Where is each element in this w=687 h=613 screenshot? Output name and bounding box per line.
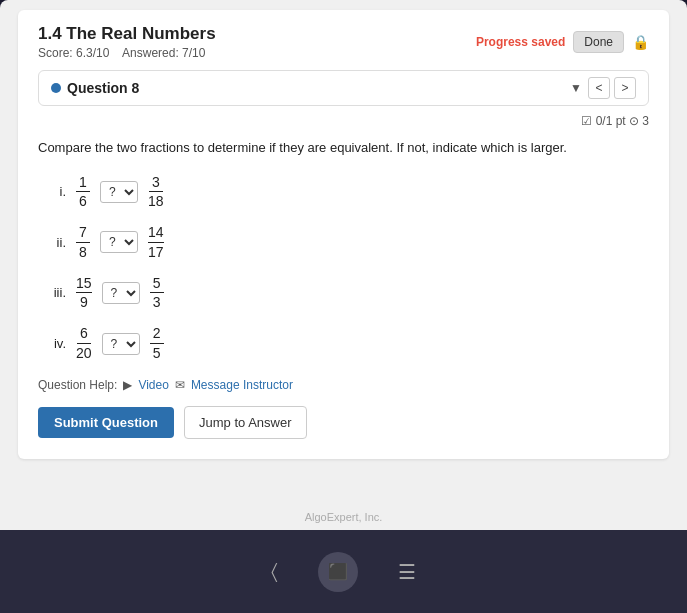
submit-question-button[interactable]: Submit Question: [38, 407, 174, 438]
fraction-num-ii-1: 7: [76, 224, 90, 243]
row-label-ii: ii.: [48, 235, 66, 250]
fractions-area: i. 1 6 ? < > = 3 18 ii.: [48, 174, 649, 362]
fraction-left-i: 1 6: [76, 174, 90, 211]
fraction-row-iii: iii. 15 9 ? < > = 5 3: [48, 275, 649, 312]
lock-icon: 🔒: [632, 34, 649, 50]
fraction-num-iii-1: 15: [76, 275, 92, 294]
home-icon: ⬛: [328, 562, 348, 581]
fraction-num-iv-1: 6: [77, 325, 91, 344]
fraction-den-iii-1: 9: [77, 293, 91, 311]
next-question-button[interactable]: >: [614, 77, 636, 99]
nav-arrows: < >: [588, 77, 636, 99]
answered-text: Answered: 7/10: [122, 46, 205, 60]
fraction-den-ii-2: 17: [148, 243, 164, 261]
fraction-left-ii: 7 8: [76, 224, 90, 261]
jump-to-answer-button[interactable]: Jump to Answer: [184, 406, 307, 439]
fraction-row-iv: iv. 6 20 ? < > = 2 5: [48, 325, 649, 362]
video-icon: ▶: [123, 378, 132, 392]
row-label-iv: iv.: [48, 336, 66, 351]
fraction-num-i-2: 3: [149, 174, 163, 193]
question-dropdown[interactable]: ▼: [570, 81, 582, 95]
fraction-row-i: i. 1 6 ? < > = 3 18: [48, 174, 649, 211]
fraction-left-iv: 6 20: [76, 325, 92, 362]
fraction-num-i-1: 1: [76, 174, 90, 193]
fraction-den-iv-1: 20: [76, 344, 92, 362]
fraction-den-iv-2: 5: [150, 344, 164, 362]
fraction-right-iii: 5 3: [150, 275, 164, 312]
fraction-den-ii-1: 8: [76, 243, 90, 261]
progress-saved-label: Progress saved: [476, 35, 565, 49]
fraction-den-iii-2: 3: [150, 293, 164, 311]
question-label: Question 8: [67, 80, 564, 96]
question-text: Compare the two fractions to determine i…: [38, 138, 649, 158]
score-line: Score: 6.3/10 Answered: 7/10: [38, 46, 216, 60]
header-bar: 1.4 The Real Numbers Score: 6.3/10 Answe…: [38, 24, 649, 60]
row-label-i: i.: [48, 184, 66, 199]
compare-select-ii[interactable]: ? < > =: [100, 231, 138, 253]
fraction-den-i-2: 18: [148, 192, 164, 210]
fraction-num-iii-2: 5: [150, 275, 164, 294]
compare-select-iv[interactable]: ? < > =: [102, 333, 140, 355]
taskbar: 〈 ⬛ ☰: [0, 530, 687, 613]
mail-icon: ✉: [175, 378, 185, 392]
video-link[interactable]: Video: [138, 378, 168, 392]
done-button[interactable]: Done: [573, 31, 624, 53]
row-label-iii: iii.: [48, 285, 66, 300]
points-line: ☑ 0/1 pt ⊙ 3: [38, 114, 649, 128]
title-section: 1.4 The Real Numbers Score: 6.3/10 Answe…: [38, 24, 216, 60]
taskbar-back-button[interactable]: 〈: [271, 560, 278, 583]
prev-question-button[interactable]: <: [588, 77, 610, 99]
fraction-num-ii-2: 14: [148, 224, 164, 243]
watermark: AlgoExpert, Inc.: [305, 511, 383, 523]
fraction-right-i: 3 18: [148, 174, 164, 211]
taskbar-home-button[interactable]: ⬛: [318, 552, 358, 592]
score-text: Score: 6.3/10: [38, 46, 109, 60]
fraction-num-iv-2: 2: [150, 325, 164, 344]
message-instructor-link[interactable]: Message Instructor: [191, 378, 293, 392]
compare-select-i[interactable]: ? < > =: [100, 181, 138, 203]
question-help-label: Question Help:: [38, 378, 117, 392]
fraction-row-ii: ii. 7 8 ? < > = 14 17: [48, 224, 649, 261]
fraction-right-ii: 14 17: [148, 224, 164, 261]
question-help: Question Help: ▶ Video ✉ Message Instruc…: [38, 378, 649, 392]
compare-select-iii[interactable]: ? < > =: [102, 282, 140, 304]
taskbar-menu-button[interactable]: ☰: [398, 560, 416, 584]
question-dot: [51, 83, 61, 93]
page-title: 1.4 The Real Numbers: [38, 24, 216, 44]
fraction-right-iv: 2 5: [150, 325, 164, 362]
points-text: ☑ 0/1 pt ⊙ 3: [581, 114, 649, 128]
buttons-row: Submit Question Jump to Answer: [38, 406, 649, 439]
fraction-den-i-1: 6: [76, 192, 90, 210]
question-nav: Question 8 ▼ < >: [38, 70, 649, 106]
fraction-left-iii: 15 9: [76, 275, 92, 312]
progress-section: Progress saved Done 🔒: [476, 31, 649, 53]
